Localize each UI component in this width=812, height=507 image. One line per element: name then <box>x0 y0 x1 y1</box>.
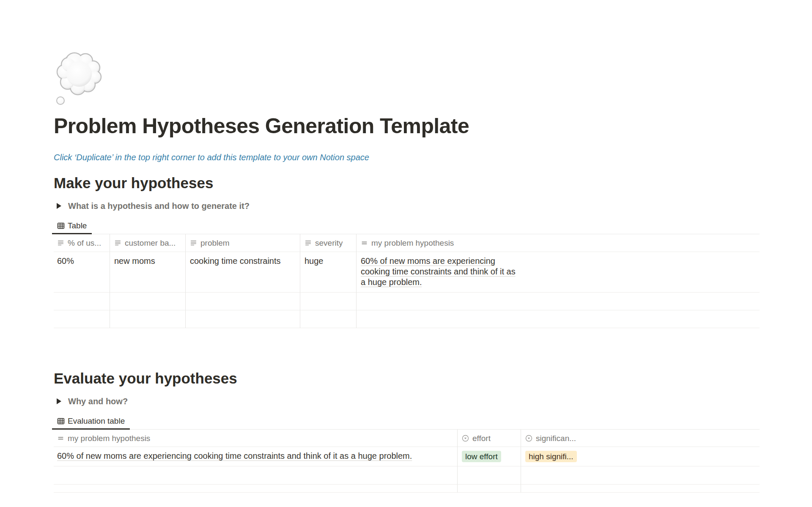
view-tabbar-table: Table <box>52 219 760 234</box>
view-tabbar-evaluation: Evaluation table <box>52 414 760 430</box>
toggle-arrow-icon[interactable] <box>57 398 61 404</box>
empty-cell[interactable] <box>521 466 760 485</box>
column-header-customer-base[interactable]: customer ba... <box>110 234 186 252</box>
cell-pct-of-users[interactable]: 60% <box>54 252 110 293</box>
page-icon[interactable] <box>56 51 104 107</box>
table-grid-icon <box>57 417 65 425</box>
cell-severity[interactable]: huge <box>300 252 357 293</box>
tab-label: Table <box>68 221 87 230</box>
column-header-severity[interactable]: severity <box>300 234 357 252</box>
column-header-effort[interactable]: effort <box>458 430 521 447</box>
notion-page: Problem Hypotheses Generation Template C… <box>54 51 760 493</box>
column-header-my-problem-hypothesis[interactable]: my problem hypothesis <box>54 430 458 447</box>
empty-cell[interactable] <box>357 310 760 328</box>
select-chevron-icon <box>525 435 532 442</box>
page-subtitle[interactable]: Click ‘Duplicate’ in the top right corne… <box>54 151 760 163</box>
toggle-why-and-how[interactable]: Why and how? <box>54 395 760 408</box>
text-lines-icon <box>57 239 64 247</box>
column-header-pct-of-users[interactable]: % of us... <box>54 234 110 252</box>
cell-hypothesis[interactable]: 60% of new moms are experiencing cooking… <box>357 252 760 293</box>
cell-effort[interactable]: low effort <box>458 447 521 466</box>
empty-cell[interactable] <box>110 293 186 310</box>
hypotheses-table: % of us... customer ba... problem severi… <box>54 234 760 328</box>
cell-significance[interactable]: high signifi... <box>521 447 760 466</box>
cell-hypothesis[interactable]: 60% of new moms are experiencing cooking… <box>54 447 458 466</box>
significance-badge[interactable]: high signifi... <box>525 451 577 462</box>
toggle-label[interactable]: Why and how? <box>68 397 128 406</box>
toggle-what-is-hypothesis[interactable]: What is a hypothesis and how to generate… <box>54 200 760 212</box>
tab-label: Evaluation table <box>68 417 125 426</box>
text-lines-icon <box>304 239 312 247</box>
empty-cell[interactable] <box>458 485 521 493</box>
empty-cell[interactable] <box>300 310 357 328</box>
text-lines-icon <box>114 239 121 247</box>
text-lines-icon <box>190 239 197 247</box>
empty-cell[interactable] <box>54 310 110 328</box>
empty-cell[interactable] <box>110 310 186 328</box>
empty-cell[interactable] <box>54 466 458 485</box>
tab-evaluation-table-view[interactable]: Evaluation table <box>52 414 130 430</box>
column-header-significance[interactable]: significan... <box>521 430 760 447</box>
cell-problem[interactable]: cooking time constraints <box>186 252 300 293</box>
column-header-problem[interactable]: problem <box>186 234 300 252</box>
empty-cell[interactable] <box>458 466 521 485</box>
table-grid-icon <box>57 222 65 230</box>
empty-cell[interactable] <box>186 293 300 310</box>
effort-badge[interactable]: low effort <box>462 451 501 462</box>
toggle-label[interactable]: What is a hypothesis and how to generate… <box>68 201 250 211</box>
thought-balloon-emoji <box>56 51 104 107</box>
heading-evaluate-hypotheses[interactable]: Evaluate your hypotheses <box>54 369 760 388</box>
empty-cell[interactable] <box>186 310 300 328</box>
page-title[interactable]: Problem Hypotheses Generation Template <box>54 114 760 138</box>
column-header-my-problem-hypothesis[interactable]: my problem hypothesis <box>357 234 760 252</box>
evaluation-table: my problem hypothesis effort significan.… <box>54 430 760 493</box>
tab-table-view[interactable]: Table <box>52 219 92 234</box>
empty-cell[interactable] <box>521 485 760 493</box>
formula-equals-icon <box>361 239 368 247</box>
select-chevron-icon <box>462 435 469 442</box>
cell-customer-base[interactable]: new moms <box>110 252 186 293</box>
empty-cell[interactable] <box>300 293 357 310</box>
toggle-arrow-icon[interactable] <box>57 203 61 209</box>
heading-make-hypotheses[interactable]: Make your hypotheses <box>54 173 760 193</box>
empty-cell[interactable] <box>54 293 110 310</box>
empty-cell[interactable] <box>357 293 760 310</box>
formula-equals-icon <box>57 435 64 442</box>
empty-cell[interactable] <box>54 485 458 493</box>
